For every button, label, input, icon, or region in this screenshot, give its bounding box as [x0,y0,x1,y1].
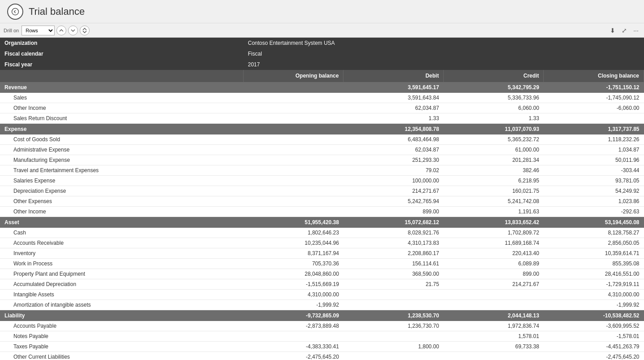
more-options-icon[interactable]: ··· [631,26,640,35]
item-closing: 10,359,614.71 [544,248,644,259]
download-icon[interactable]: ⬇ [608,26,617,35]
category-closing: 53,194,450.08 [544,217,644,228]
table-row[interactable]: Other Current Liabilities -2,475,645.20 … [0,352,644,360]
col-closing-header: Closing balance [544,70,644,82]
table-row[interactable]: Intangible Assets 4,310,000.00 4,310,000… [0,290,644,300]
table-row[interactable]: Cash 1,802,646.23 8,028,921.76 1,702,809… [0,228,644,238]
table-row[interactable]: Taxes Payable -4,383,330.41 1,800.00 69,… [0,342,644,352]
drill-up-button[interactable] [56,26,66,35]
org-row: Organization Contoso Entertainment Syste… [0,38,644,48]
expand-icon[interactable]: ⤢ [620,26,629,35]
item-name: Notes Payable [0,331,243,342]
table-row[interactable]: Accounts Receivable 10,235,044.96 4,310,… [0,238,644,248]
category-name: Liability [0,310,243,321]
item-debit: 62,034.87 [343,145,443,155]
item-closing: 2,856,050.05 [544,238,644,248]
category-row[interactable]: Asset 51,955,420.38 15,072,682.12 13,833… [0,217,644,228]
category-opening [243,82,343,93]
toolbar: Drill on Rows Columns ⬇ ⤢ ··· [0,23,644,38]
item-opening: 1,802,646.23 [243,228,343,238]
item-closing: 8,128,758.27 [544,228,644,238]
table-row[interactable]: Amortization of intangible assets -1,999… [0,300,644,310]
item-opening: -2,873,889.48 [243,321,343,331]
svg-point-0 [12,8,19,15]
item-credit: 899.00 [443,269,543,279]
item-opening [243,155,343,165]
item-credit: 160,021.75 [443,186,543,196]
table-row[interactable]: Sales 3,591,643.84 5,336,733.96 -1,745,0… [0,93,644,103]
table-row[interactable]: Sales Return Discount 1.33 1.33 [0,113,644,124]
table-row[interactable]: Salaries Expense 100,000.00 6,218.95 93,… [0,176,644,186]
table-row[interactable]: Other Income 899.00 1,191.63 -292.63 [0,207,644,217]
item-credit: 382.46 [443,165,543,176]
item-closing: 50,011.96 [544,155,644,165]
item-opening: -1,999.92 [243,300,343,310]
item-opening: 8,371,167.94 [243,248,343,259]
drill-down-button[interactable] [68,26,78,35]
item-closing: -1,578.01 [544,331,644,342]
item-name: Work in Process [0,259,243,269]
item-debit: 899.00 [343,207,443,217]
category-name: Revenue [0,82,243,93]
table-row[interactable]: Other Income 62,034.87 6,060.00 -6,060.0… [0,103,644,113]
item-credit: 214,271.67 [443,279,543,290]
item-name: Sales [0,93,243,103]
item-closing: -303.44 [544,165,644,176]
table-row[interactable]: Inventory 8,371,167.94 2,208,860.17 220,… [0,248,644,259]
item-opening: -4,383,330.41 [243,342,343,352]
category-closing: 1,317,737.85 [544,124,644,135]
back-button[interactable] [7,4,23,20]
item-closing: 28,416,551.00 [544,269,644,279]
item-debit: 6,483,464.98 [343,134,443,145]
item-debit: 251,293.30 [343,155,443,165]
item-closing: 1,023.86 [544,196,644,207]
table-row[interactable]: Travel and Entertainment Expenses 79.02 … [0,165,644,176]
category-row[interactable]: Liability -9,732,865.09 1,238,530.70 2,0… [0,310,644,321]
col-credit-header: Credit [443,70,543,82]
item-opening [243,186,343,196]
expand-all-button[interactable] [80,26,90,35]
table-row[interactable]: Other Expenses 5,242,765.94 5,241,742.08… [0,196,644,207]
col-opening-header: Opening balance [243,70,343,82]
category-name: Expense [0,124,243,135]
column-headers: Opening balance Debit Credit Closing bal… [0,70,644,82]
item-debit [343,290,443,300]
table-row[interactable]: Work in Process 705,370.36 156,114.61 6,… [0,259,644,269]
item-debit: 368,590.00 [343,269,443,279]
table-row[interactable]: Accounts Payable -2,873,889.48 1,236,730… [0,321,644,331]
item-name: Sales Return Discount [0,113,243,124]
table-row[interactable]: Manufacturing Expense 251,293.30 201,281… [0,155,644,165]
item-credit [443,290,543,300]
item-closing: 1,034.87 [544,145,644,155]
table-row[interactable]: Property Plant and Equipment 28,048,860.… [0,269,644,279]
fiscal-calendar-value: Fiscal [243,48,644,59]
category-credit: 5,342,795.29 [443,82,543,93]
item-opening [243,113,343,124]
item-debit: 8,028,921.76 [343,228,443,238]
item-opening [243,196,343,207]
category-debit: 12,354,808.78 [343,124,443,135]
item-debit [343,300,443,310]
table-row[interactable]: Notes Payable 1,578.01 -1,578.01 [0,331,644,342]
table-row[interactable]: Administrative Expense 62,034.87 61,000.… [0,145,644,155]
category-row[interactable]: Expense 12,354,808.78 11,037,070.93 1,31… [0,124,644,135]
drill-select[interactable]: Rows Columns [21,26,55,35]
col-debit-header: Debit [343,70,443,82]
item-name: Accounts Receivable [0,238,243,248]
item-name: Administrative Expense [0,145,243,155]
table-row[interactable]: Accumulated Depreciation -1,515,669.19 2… [0,279,644,290]
item-debit: 62,034.87 [343,103,443,113]
category-row[interactable]: Revenue 3,591,645.17 5,342,795.29 -1,751… [0,82,644,93]
page-header: Trial balance [0,0,644,23]
item-closing: -2,475,645.20 [544,352,644,360]
item-name: Accumulated Depreciation [0,279,243,290]
item-name: Other Income [0,207,243,217]
item-closing: 54,249.92 [544,186,644,196]
table-row[interactable]: Depreciation Expense 214,271.67 160,021.… [0,186,644,196]
category-opening: -9,732,865.09 [243,310,343,321]
item-opening [243,207,343,217]
item-name: Inventory [0,248,243,259]
item-name: Manufacturing Expense [0,155,243,165]
item-closing: 93,781.05 [544,176,644,186]
table-row[interactable]: Cost of Goods Sold 6,483,464.98 5,365,23… [0,134,644,145]
